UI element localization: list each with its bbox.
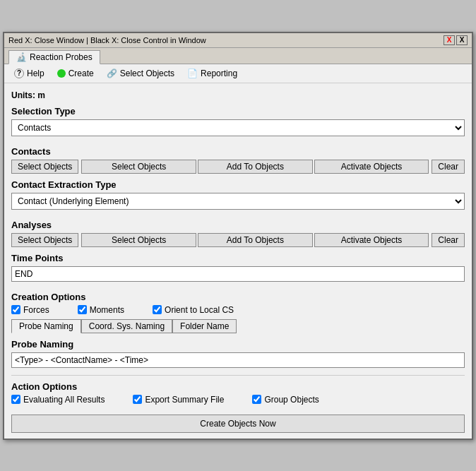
forces-checkbox-item: Forces xyxy=(11,305,49,315)
title-buttons: X X xyxy=(444,35,468,45)
tab-label: Reaction Probes xyxy=(30,52,93,62)
divider xyxy=(11,375,465,376)
tab-icon: 🔬 xyxy=(16,52,27,62)
toolbar: ? Help Create 🔗 Select Objects 📄 Reporti… xyxy=(4,64,472,83)
moments-label: Moments xyxy=(90,305,124,315)
action-options-checkboxes: Evaluating All Results Export Summary Fi… xyxy=(11,395,465,405)
help-button[interactable]: ? Help xyxy=(10,67,49,80)
selection-type-dropdown[interactable]: Contacts Nodes Elements xyxy=(11,119,465,136)
forces-checkbox[interactable] xyxy=(11,305,20,314)
create-icon xyxy=(57,69,66,78)
contact-extraction-dropdown[interactable]: Contact (Underlying Element) Contact (Su… xyxy=(11,193,465,210)
selection-type-heading: Selection Type xyxy=(11,106,465,117)
export-label: Export Summary File xyxy=(145,395,224,405)
orient-checkbox[interactable] xyxy=(153,305,162,314)
analyses-btn-group: Select Objects Add To Objects Activate O… xyxy=(81,233,429,247)
select-objects-icon: 🔗 xyxy=(107,68,117,78)
eval-checkbox[interactable] xyxy=(11,395,20,404)
contacts-activate-objects-button[interactable]: Activate Objects xyxy=(314,160,429,174)
orient-checkbox-item: Orient to Local CS xyxy=(153,305,234,315)
eval-checkbox-item: Evaluating All Results xyxy=(11,395,105,405)
create-button[interactable]: Create xyxy=(53,67,98,80)
folder-name-tab[interactable]: Folder Name xyxy=(172,319,237,333)
probe-naming-tab-strip: Probe Naming Coord. Sys. Naming Folder N… xyxy=(11,319,465,333)
group-checkbox[interactable] xyxy=(252,395,261,404)
probe-naming-input[interactable] xyxy=(11,352,465,368)
contacts-select-left-button[interactable]: Select Objects xyxy=(11,160,78,174)
contacts-clear-button[interactable]: Clear xyxy=(432,160,465,174)
help-icon: ? xyxy=(14,68,24,78)
reporting-button[interactable]: 📄 Reporting xyxy=(183,67,242,80)
export-checkbox-item: Export Summary File xyxy=(133,395,224,405)
moments-checkbox[interactable] xyxy=(78,305,87,314)
contacts-btn-group: Select Objects Add To Objects Activate O… xyxy=(81,160,429,174)
analyses-select-objects-button[interactable]: Select Objects xyxy=(81,233,196,247)
contacts-select-objects-button[interactable]: Select Objects xyxy=(81,160,196,174)
analyses-heading: Analyses xyxy=(11,220,465,230)
action-options-heading: Action Options xyxy=(11,381,465,392)
moments-checkbox-item: Moments xyxy=(78,305,124,315)
time-points-input[interactable] xyxy=(11,266,465,282)
close-black-button[interactable]: X xyxy=(456,35,468,45)
analyses-activate-objects-button[interactable]: Activate Objects xyxy=(314,233,429,247)
analyses-add-to-objects-button[interactable]: Add To Objects xyxy=(198,233,313,247)
units-label: Units: m xyxy=(11,90,465,100)
contact-extraction-heading: Contact Extraction Type xyxy=(11,179,465,190)
tab-bar: 🔬 Reaction Probes xyxy=(4,48,472,64)
create-objects-now-button[interactable]: Create Objects Now xyxy=(11,415,465,433)
time-points-heading: Time Points xyxy=(11,253,465,263)
analyses-select-left-button[interactable]: Select Objects xyxy=(11,233,78,247)
creation-options-checkboxes: Forces Moments Orient to Local CS xyxy=(11,305,465,315)
orient-label: Orient to Local CS xyxy=(165,305,234,315)
group-label: Group Objects xyxy=(264,395,319,405)
eval-label: Evaluating All Results xyxy=(23,395,105,405)
analyses-row: Select Objects Select Objects Add To Obj… xyxy=(11,233,465,247)
probe-naming-tab[interactable]: Probe Naming xyxy=(11,319,81,333)
toolbar-select-objects-button[interactable]: 🔗 Select Objects xyxy=(102,67,179,80)
analyses-clear-button[interactable]: Clear xyxy=(432,233,465,247)
group-checkbox-item: Group Objects xyxy=(252,395,319,405)
forces-label: Forces xyxy=(23,305,49,315)
contacts-row: Select Objects Select Objects Add To Obj… xyxy=(11,160,465,174)
reaction-probes-tab[interactable]: 🔬 Reaction Probes xyxy=(8,50,100,64)
reporting-icon: 📄 xyxy=(187,68,198,78)
title-bar: Red X: Close Window | Black X: Close Con… xyxy=(4,33,472,48)
content-area: Units: m Selection Type Contacts Nodes E… xyxy=(4,83,472,439)
main-window: Red X: Close Window | Black X: Close Con… xyxy=(3,32,473,440)
probe-naming-heading: Probe Naming xyxy=(11,339,465,350)
close-red-button[interactable]: X xyxy=(444,35,455,45)
coord-sys-naming-tab[interactable]: Coord. Sys. Naming xyxy=(81,319,172,333)
creation-options-heading: Creation Options xyxy=(11,292,465,302)
contacts-heading: Contacts xyxy=(11,146,465,157)
export-checkbox[interactable] xyxy=(133,395,142,404)
title-text: Red X: Close Window | Black X: Close Con… xyxy=(8,36,206,44)
contacts-add-to-objects-button[interactable]: Add To Objects xyxy=(198,160,313,174)
